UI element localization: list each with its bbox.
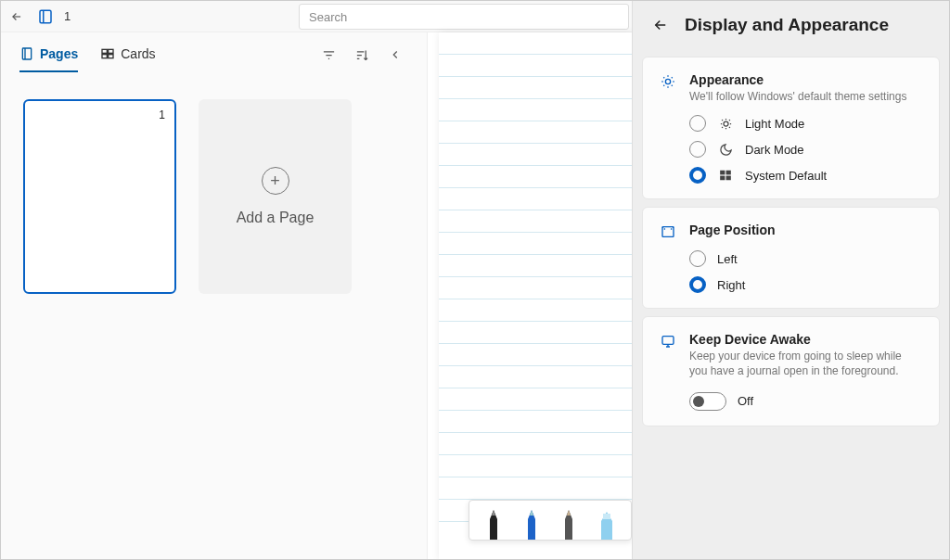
svg-rect-6 bbox=[109, 55, 113, 58]
appearance-option-light[interactable]: Light Mode bbox=[689, 115, 922, 132]
keep-awake-card: Keep Device Awake Keep your device from … bbox=[642, 316, 940, 426]
thumbnail-grid: 1 + Add a Page bbox=[1, 77, 427, 316]
settings-panel: Display and Appearance Appearance We'll … bbox=[632, 1, 949, 560]
moon-icon bbox=[717, 143, 734, 157]
sort-button[interactable] bbox=[349, 42, 375, 68]
keep-awake-subtitle: Keep your device from going to sleep whi… bbox=[689, 349, 922, 378]
radio-unselected bbox=[689, 115, 706, 132]
cards-icon bbox=[100, 46, 115, 61]
appearance-option-dark[interactable]: Dark Mode bbox=[689, 141, 922, 158]
tab-tools bbox=[315, 42, 408, 68]
windows-icon bbox=[717, 169, 734, 182]
svg-rect-18 bbox=[726, 171, 731, 175]
page-thumbnail-1[interactable]: 1 bbox=[23, 99, 176, 294]
svg-marker-10 bbox=[530, 510, 533, 515]
add-page-label: Add a Page bbox=[237, 210, 315, 226]
search-input[interactable] bbox=[299, 4, 629, 30]
appearance-card: Appearance We'll follow Windows' default… bbox=[642, 57, 940, 199]
tab-pages-label: Pages bbox=[40, 46, 78, 61]
filter-button[interactable] bbox=[315, 42, 341, 68]
svg-marker-12 bbox=[567, 510, 571, 515]
svg-rect-20 bbox=[726, 176, 731, 181]
collapse-button[interactable] bbox=[382, 42, 408, 68]
pages-icon bbox=[19, 46, 34, 61]
keep-awake-title: Keep Device Awake bbox=[689, 332, 922, 347]
settings-back-button[interactable] bbox=[649, 14, 672, 36]
appearance-subtitle: We'll follow Windows' default theme sett… bbox=[689, 89, 922, 104]
settings-title: Display and Appearance bbox=[685, 15, 889, 35]
radio-unselected bbox=[689, 250, 706, 267]
tab-cards[interactable]: Cards bbox=[100, 37, 155, 72]
tab-cards-label: Cards bbox=[121, 46, 155, 61]
pen-blue[interactable] bbox=[517, 503, 546, 540]
appearance-icon bbox=[660, 72, 676, 89]
radio-selected bbox=[689, 276, 706, 293]
add-page-button[interactable]: + Add a Page bbox=[199, 99, 352, 294]
monitor-icon bbox=[660, 332, 676, 349]
back-button[interactable] bbox=[1, 10, 32, 23]
settings-header: Display and Appearance bbox=[633, 1, 949, 49]
option-label: System Default bbox=[745, 169, 827, 183]
page-number: 1 bbox=[159, 108, 165, 121]
svg-rect-4 bbox=[109, 49, 113, 53]
appearance-option-system[interactable]: System Default bbox=[689, 167, 922, 184]
pen-pencil[interactable] bbox=[554, 503, 584, 540]
svg-rect-22 bbox=[662, 337, 674, 345]
radio-unselected bbox=[689, 141, 706, 158]
svg-rect-21 bbox=[662, 227, 674, 237]
pen-tray bbox=[469, 500, 632, 541]
svg-point-15 bbox=[665, 79, 670, 83]
page-position-title: Page Position bbox=[689, 223, 922, 237]
svg-rect-3 bbox=[102, 49, 107, 53]
option-label: Left bbox=[717, 252, 738, 266]
appearance-title: Appearance bbox=[689, 72, 922, 87]
page-canvas[interactable] bbox=[439, 32, 634, 560]
keep-awake-toggle[interactable] bbox=[689, 392, 726, 411]
svg-rect-19 bbox=[720, 176, 725, 181]
page-position-option-right[interactable]: Right bbox=[689, 276, 922, 293]
svg-rect-17 bbox=[720, 171, 725, 175]
page-position-card: Page Position Left Right bbox=[642, 207, 940, 309]
page-position-icon bbox=[660, 223, 676, 239]
page-list-panel: Pages Cards 1 + Add a Page bbox=[1, 32, 428, 559]
option-label: Light Mode bbox=[745, 117, 804, 131]
search-wrap bbox=[299, 4, 629, 30]
pen-highlighter[interactable] bbox=[592, 503, 622, 540]
plus-icon: + bbox=[262, 167, 289, 195]
svg-rect-5 bbox=[102, 55, 107, 58]
svg-rect-0 bbox=[40, 10, 51, 23]
pen-black[interactable] bbox=[479, 503, 508, 540]
tab-bar: Pages Cards bbox=[1, 32, 427, 77]
option-label: Dark Mode bbox=[745, 143, 804, 157]
svg-marker-8 bbox=[492, 510, 495, 515]
keep-awake-state: Off bbox=[738, 394, 753, 408]
sun-icon bbox=[717, 117, 734, 131]
svg-rect-2 bbox=[22, 48, 31, 59]
svg-rect-14 bbox=[603, 514, 610, 519]
svg-point-16 bbox=[724, 121, 728, 126]
tab-pages[interactable]: Pages bbox=[19, 37, 78, 72]
radio-selected bbox=[689, 167, 706, 184]
document-title: 1 bbox=[64, 9, 71, 23]
page-position-option-left[interactable]: Left bbox=[689, 250, 922, 267]
option-label: Right bbox=[717, 278, 745, 292]
app-icon bbox=[36, 7, 55, 26]
